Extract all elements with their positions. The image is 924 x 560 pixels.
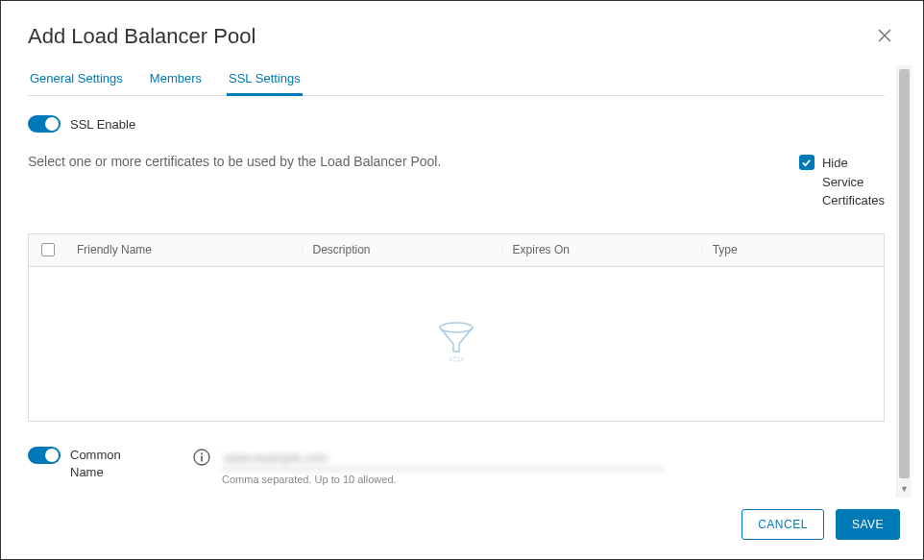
close-button[interactable] [873, 24, 896, 50]
modal-footer: CANCEL SAVE [1, 498, 923, 559]
svg-rect-4 [201, 455, 203, 461]
checkmark-icon [801, 158, 812, 168]
scroll-down-arrow-icon[interactable]: ▼ [897, 482, 912, 496]
common-name-input[interactable] [222, 447, 664, 470]
cert-section-row: Select one or more certificates to be us… [28, 154, 885, 210]
common-name-toggle-col: CommonName [28, 447, 182, 481]
tab-ssl-settings[interactable]: SSL Settings [227, 65, 303, 95]
common-name-toggle[interactable] [28, 447, 61, 464]
tab-general-settings[interactable]: General Settings [28, 65, 125, 95]
svg-point-3 [201, 452, 203, 454]
column-type[interactable]: Type [702, 243, 884, 256]
column-friendly-name[interactable]: Friendly Name [67, 243, 302, 256]
modal-body: General Settings Members SSL Settings SS… [1, 65, 896, 498]
cert-section-description: Select one or more certificates to be us… [28, 154, 441, 169]
common-name-row: CommonName Comma separated. Up to 10 all… [28, 447, 885, 485]
scrollbar[interactable]: ▲ ▼ [896, 65, 912, 498]
tabs: General Settings Members SSL Settings [28, 65, 885, 96]
svg-point-1 [450, 357, 463, 361]
tab-members[interactable]: Members [148, 65, 204, 95]
table-empty-state [29, 267, 884, 421]
svg-point-0 [440, 323, 473, 332]
column-expires-on[interactable]: Expires On [502, 243, 702, 256]
common-name-helper: Comma separated. Up to 10 allowed. [222, 474, 664, 485]
ssl-enable-toggle[interactable] [28, 115, 61, 133]
modal-add-lb-pool: Add Load Balancer Pool General Settings … [1, 1, 923, 559]
common-name-input-col: Comma separated. Up to 10 allowed. [222, 447, 664, 485]
table-select-all-cell [29, 243, 67, 256]
hide-service-certs-checkbox[interactable] [799, 155, 815, 170]
ssl-enable-row: SSL Enable [28, 115, 885, 133]
funnel-icon [437, 321, 475, 367]
ssl-enable-label: SSL Enable [70, 117, 135, 132]
save-button[interactable]: SAVE [836, 509, 900, 540]
common-name-label: CommonName [70, 447, 121, 481]
modal-title: Add Load Balancer Pool [28, 24, 255, 49]
scroll-thumb[interactable] [899, 69, 910, 478]
modal-header: Add Load Balancer Pool [1, 1, 923, 65]
modal-body-wrap: General Settings Members SSL Settings SS… [1, 65, 923, 498]
hide-service-certs-row: HideServiceCertificates [799, 154, 885, 210]
info-icon[interactable] [193, 449, 210, 470]
table-header: Friendly Name Description Expires On Typ… [29, 234, 884, 267]
cancel-button[interactable]: CANCEL [742, 509, 824, 540]
certificates-table: Friendly Name Description Expires On Typ… [28, 233, 885, 422]
scroll-up-arrow-icon[interactable]: ▲ [897, 65, 912, 67]
column-description[interactable]: Description [302, 243, 501, 256]
hide-service-certs-label: HideServiceCertificates [822, 154, 885, 210]
close-icon [877, 28, 892, 43]
table-select-all-checkbox[interactable] [41, 243, 55, 256]
